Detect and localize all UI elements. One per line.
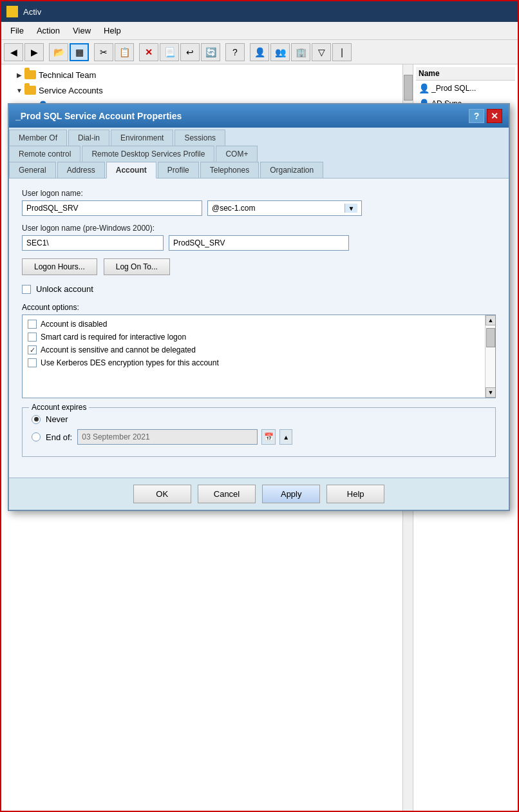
logon-name-label: User logon name: xyxy=(22,189,496,198)
logon-name-row: @sec-1.com ▼ xyxy=(22,200,496,216)
help-button[interactable]: ? xyxy=(225,43,245,61)
tabs-row-3: General Address Account Profile Telephon… xyxy=(9,162,509,179)
pre2000-row xyxy=(22,235,496,251)
toolbar: ◀ ▶ 📂 ▦ ✂ 📋 ✕ 📃 ↩ 🔄 ? 👤 👥 🏢 ▽ | xyxy=(1,40,518,64)
open-button[interactable]: 📂 xyxy=(49,43,68,61)
tab-general[interactable]: General xyxy=(9,162,56,178)
right-item-prod-sql[interactable]: 👤 _Prod SQL... xyxy=(416,81,515,96)
tab-com[interactable]: COM+ xyxy=(216,146,258,162)
tab-organization[interactable]: Organization xyxy=(260,162,323,178)
options-scrollbar[interactable]: ▲ ▼ xyxy=(485,315,495,398)
option-smart-card[interactable]: Smart card is required for interactive l… xyxy=(23,331,495,343)
tree-item-technical-team[interactable]: ▶ Technical Team xyxy=(1,67,413,82)
cut-button[interactable]: ✂ xyxy=(94,43,113,61)
copy-button[interactable]: 📋 xyxy=(115,43,134,61)
refresh-button[interactable]: 🔄 xyxy=(201,43,220,61)
tree-arrow-service-accounts: ▼ xyxy=(14,85,24,95)
expires-legend: Account expires xyxy=(29,403,89,412)
tree-label-service-accounts: Service Accounts xyxy=(39,86,103,95)
title-bar: Activ xyxy=(1,1,518,22)
cancel-button[interactable]: Cancel xyxy=(198,485,256,503)
domain-select-value: @sec-1.com xyxy=(212,204,344,213)
option-account-disabled[interactable]: Account is disabled xyxy=(23,318,495,331)
option-smartcard-checkbox[interactable] xyxy=(28,333,37,342)
dialog-footer: OK Cancel Apply Help xyxy=(9,478,509,510)
ok-button[interactable]: OK xyxy=(133,485,191,503)
account-options-list: Account is disabled Smart card is requir… xyxy=(22,314,496,398)
never-radio-row: Never xyxy=(32,414,486,424)
never-label: Never xyxy=(46,414,68,424)
scroll-up-arrow[interactable]: ▲ xyxy=(486,315,496,325)
option-disabled-label: Account is disabled xyxy=(41,320,107,329)
tree-item-service-accounts[interactable]: ▼ Service Accounts xyxy=(1,82,413,98)
help-footer-button[interactable]: Help xyxy=(326,485,384,503)
scroll-thumb xyxy=(486,328,495,347)
tab-sessions[interactable]: Sessions xyxy=(175,130,225,146)
tree-label-technical-team: Technical Team xyxy=(39,70,96,80)
folder-icon-technical-team xyxy=(24,70,36,79)
list-button[interactable]: ▦ xyxy=(70,43,89,61)
end-of-radio[interactable] xyxy=(32,432,41,441)
scroll-down-arrow[interactable]: ▼ xyxy=(486,387,496,398)
tab-member-of[interactable]: Member Of xyxy=(9,130,67,146)
never-radio[interactable] xyxy=(32,415,41,424)
dialog-close-button[interactable]: ✕ xyxy=(487,109,502,123)
tab-remote-control[interactable]: Remote control xyxy=(9,146,80,162)
date-input-field[interactable] xyxy=(77,429,258,445)
log-on-to-button[interactable]: Log On To... xyxy=(104,258,170,275)
pre2000-prefix-input[interactable] xyxy=(22,235,164,251)
menu-help[interactable]: Help xyxy=(97,24,127,37)
option-kerberos-des[interactable]: Use Kerberos DES encryption types for th… xyxy=(23,356,495,369)
menu-file[interactable]: File xyxy=(4,24,30,37)
logon-hours-button[interactable]: Logon Hours... xyxy=(22,258,97,275)
user-icon-right-1: 👤 xyxy=(419,83,429,93)
logon-buttons-row: Logon Hours... Log On To... xyxy=(22,258,496,275)
domain-select[interactable]: @sec-1.com ▼ xyxy=(207,200,362,216)
back-button[interactable]: ◀ xyxy=(4,43,23,61)
tab-dial-in[interactable]: Dial-in xyxy=(68,130,109,146)
option-sensitive[interactable]: Account is sensitive and cannot be deleg… xyxy=(23,343,495,356)
rename-button[interactable]: ↩ xyxy=(180,43,200,61)
option-kerberos-checkbox[interactable] xyxy=(28,358,37,367)
delete-button[interactable]: ✕ xyxy=(139,43,158,61)
scroll-track xyxy=(486,325,495,387)
pre2000-label: User logon name (pre-Windows 2000): xyxy=(22,224,496,233)
end-of-label: End of: xyxy=(46,432,72,442)
option-sensitive-checkbox[interactable] xyxy=(28,345,37,354)
right-panel-header: Name xyxy=(416,67,515,81)
tab-rdp-profile[interactable]: Remote Desktop Services Profile xyxy=(82,146,214,162)
unlock-account-label: Unlock account xyxy=(36,284,93,294)
tree-arrow-technical-team: ▶ xyxy=(14,70,24,80)
date-up-arrow[interactable]: ▲ xyxy=(279,429,292,445)
tab-address[interactable]: Address xyxy=(57,162,105,178)
menu-view[interactable]: View xyxy=(66,24,97,37)
option-disabled-checkbox[interactable] xyxy=(28,320,37,329)
tree-scrollbar-thumb xyxy=(404,75,413,101)
org-button[interactable]: 🏢 xyxy=(291,43,310,61)
unlock-account-checkbox[interactable] xyxy=(22,285,31,294)
option-kerberos-label: Use Kerberos DES encryption types for th… xyxy=(41,358,219,367)
extra-button[interactable]: | xyxy=(332,43,352,61)
menu-action[interactable]: Action xyxy=(30,24,66,37)
users-button[interactable]: 👤 xyxy=(250,43,269,61)
properties-button[interactable]: 📃 xyxy=(160,43,179,61)
app-icon xyxy=(6,6,18,17)
unlock-account-row: Unlock account xyxy=(22,284,496,294)
tab-environment[interactable]: Environment xyxy=(111,130,173,146)
groups-button[interactable]: 👥 xyxy=(270,43,290,61)
pre2000-suffix-input[interactable] xyxy=(169,235,349,251)
option-smartcard-label: Smart card is required for interactive l… xyxy=(41,333,186,342)
filter-button[interactable]: ▽ xyxy=(312,43,331,61)
dialog-help-button[interactable]: ? xyxy=(469,109,484,123)
tab-telephones[interactable]: Telephones xyxy=(200,162,259,178)
tab-account[interactable]: Account xyxy=(106,162,156,179)
main-area: ▶ Technical Team ▼ Service Accounts ▶ 👤 … xyxy=(1,64,518,811)
calendar-icon-button[interactable]: 📅 xyxy=(261,429,276,445)
logon-name-input[interactable] xyxy=(22,200,202,216)
account-expires-group: Account expires Never End of: 📅 xyxy=(22,407,496,457)
dialog-body: User logon name: @sec-1.com ▼ User logon… xyxy=(9,179,509,478)
apply-button[interactable]: Apply xyxy=(262,485,320,503)
end-of-radio-row: End of: 📅 ▲ xyxy=(32,429,486,445)
forward-button[interactable]: ▶ xyxy=(24,43,44,61)
tab-profile[interactable]: Profile xyxy=(158,162,199,178)
